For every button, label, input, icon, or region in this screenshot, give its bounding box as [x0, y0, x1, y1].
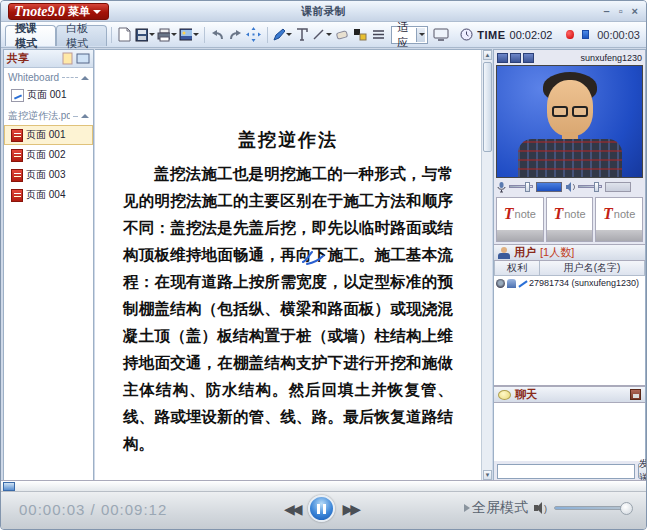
- volume-slider[interactable]: [554, 506, 632, 510]
- page-item-pdf-001[interactable]: 页面 001: [4, 125, 93, 145]
- insert-image-button[interactable]: [179, 25, 199, 45]
- page-label: 页面 003: [26, 168, 65, 182]
- tnote-logo-icon: T: [553, 205, 563, 223]
- scrollbar-thumb[interactable]: [483, 62, 492, 152]
- pdf-page-icon: [11, 149, 23, 162]
- user-name: 27981734 (sunxufeng1230): [529, 278, 639, 288]
- video-layout-icon[interactable]: [510, 53, 521, 63]
- thickness-button[interactable]: [370, 25, 386, 45]
- video-close-icon[interactable]: [523, 53, 534, 63]
- playback-bar: 00:00:03 / 00:09:12 ◀◀ ▶▶ 全屏模式 ): [1, 480, 646, 529]
- chat-label: 聊天: [515, 387, 537, 402]
- seek-bar[interactable]: [1, 481, 646, 492]
- document-viewer: 盖挖逆作法 盖挖法施工也是明挖施工的一种形式，与常见的明挖法施工的主要区别在于施…: [95, 49, 492, 481]
- new-page-button[interactable]: [117, 25, 133, 45]
- chat-input[interactable]: [497, 464, 635, 479]
- add-page-icon[interactable]: [61, 52, 74, 65]
- person-shirt: [518, 139, 622, 178]
- screen-share-button[interactable]: [433, 25, 449, 45]
- playback-time: 00:00:03 / 00:09:12: [19, 501, 167, 518]
- save-button[interactable]: [135, 25, 155, 45]
- chat-input-row: 发送: [494, 461, 645, 481]
- print-button[interactable]: [157, 25, 177, 45]
- minimize-button[interactable]: –: [604, 4, 610, 18]
- pan-move-button[interactable]: [246, 25, 262, 45]
- page-item-pdf-004[interactable]: 页面 004: [4, 185, 93, 205]
- users-label: 用户: [514, 245, 536, 260]
- page-label: 页面 002: [26, 148, 65, 162]
- thumbnail-slot-3[interactable]: Tnote: [595, 197, 643, 242]
- toolbar: 授课模式 白板模式: [1, 22, 646, 48]
- user-icon: [498, 247, 510, 259]
- line-dropdown-caret[interactable]: [326, 33, 332, 36]
- eraser-tool-button[interactable]: [334, 25, 350, 45]
- color-palette-button[interactable]: [352, 25, 368, 45]
- speaker-icon: [565, 181, 575, 193]
- text-tool-button[interactable]: [294, 25, 310, 45]
- mic-permission-icon: [507, 279, 516, 288]
- stop-button[interactable]: [582, 30, 590, 39]
- rewind-button[interactable]: ◀◀: [284, 501, 300, 517]
- pen-tool-button[interactable]: [272, 25, 292, 45]
- close-button[interactable]: ×: [632, 4, 638, 18]
- volume-icon[interactable]: ): [534, 502, 548, 514]
- share-label: 共享: [7, 51, 61, 66]
- record-button[interactable]: [566, 30, 573, 39]
- document-page: 盖挖逆作法 盖挖法施工也是明挖施工的一种形式，与常见的明挖法施工的主要区别在于施…: [95, 50, 481, 480]
- current-time: 00:00:03: [19, 501, 85, 518]
- user-row[interactable]: 27981734 (sunxufeng1230): [494, 276, 645, 290]
- board-view-icon[interactable]: [76, 53, 90, 65]
- group-title: 盖挖逆作法.pdf: [8, 109, 70, 123]
- redo-button[interactable]: [228, 25, 244, 45]
- person-glasses: [552, 106, 588, 117]
- maximize-button[interactable]: ▫: [619, 4, 623, 18]
- video-window-icon[interactable]: [497, 53, 508, 63]
- line-tool-button[interactable]: [312, 25, 332, 45]
- total-time: 00:09:12: [101, 501, 167, 518]
- page-item-pdf-003[interactable]: 页面 003: [4, 165, 93, 185]
- page-item-whiteboard-001[interactable]: 页面 001: [4, 85, 93, 105]
- collapse-icon: [81, 76, 89, 80]
- fit-mode-select[interactable]: 适应: [391, 26, 428, 44]
- thumbnail-slot-2[interactable]: Tnote: [546, 197, 594, 242]
- document-title: 盖挖逆作法: [95, 128, 481, 152]
- document-body: 盖挖法施工也是明挖施工的一种形式，与常见的明挖法施工的主要区别在于施工方法和顺序…: [123, 160, 453, 457]
- thumbnail-slot-1[interactable]: Tnote: [496, 197, 544, 242]
- speaker-volume-slider[interactable]: [578, 185, 602, 188]
- user-list-area: [494, 290, 645, 386]
- speaker-level-meter: [605, 182, 631, 192]
- send-button[interactable]: 发送: [638, 463, 647, 479]
- fast-forward-button[interactable]: ▶▶: [343, 501, 359, 517]
- mic-volume-slider[interactable]: [509, 185, 533, 188]
- tab-whiteboard-mode[interactable]: 白板模式: [56, 25, 107, 46]
- undo-button[interactable]: [210, 25, 226, 45]
- audio-controls: [494, 178, 645, 195]
- column-username: 用户名(名字): [540, 261, 645, 276]
- column-permissions: 权利: [494, 261, 540, 276]
- group-pdf[interactable]: 盖挖逆作法.pdf: [4, 105, 93, 125]
- mic-level-meter: [536, 182, 562, 192]
- group-whiteboard[interactable]: Whiteboard: [4, 68, 93, 85]
- volume-knob[interactable]: [620, 502, 633, 515]
- print-dropdown-caret[interactable]: [171, 33, 177, 36]
- save-dropdown-caret[interactable]: [149, 33, 155, 36]
- users-count: [1人数]: [540, 245, 574, 260]
- webcam-video: [496, 65, 643, 178]
- pen-dropdown-caret[interactable]: [286, 33, 292, 36]
- vertical-scrollbar[interactable]: ▲ ▼: [481, 50, 492, 480]
- right-panel: sunxufeng1230 Tnote Tnote: [493, 49, 646, 481]
- fullscreen-button[interactable]: 全屏模式: [464, 499, 528, 517]
- scroll-up-arrow[interactable]: ▲: [483, 50, 492, 60]
- seek-handle[interactable]: [3, 482, 15, 491]
- record-counter: 00:00:03: [597, 29, 640, 41]
- save-chat-icon[interactable]: [630, 389, 641, 400]
- chat-messages-area: [494, 403, 645, 461]
- page-label: 页面 004: [26, 188, 65, 202]
- page-item-pdf-002[interactable]: 页面 002: [4, 145, 93, 165]
- scroll-down-arrow[interactable]: ▼: [483, 470, 492, 480]
- chat-bubble-icon: [498, 390, 511, 400]
- microphone-icon: [497, 181, 506, 193]
- tab-lecture-mode[interactable]: 授课模式: [5, 25, 56, 46]
- pause-button[interactable]: [308, 495, 335, 522]
- image-dropdown-caret[interactable]: [193, 33, 199, 36]
